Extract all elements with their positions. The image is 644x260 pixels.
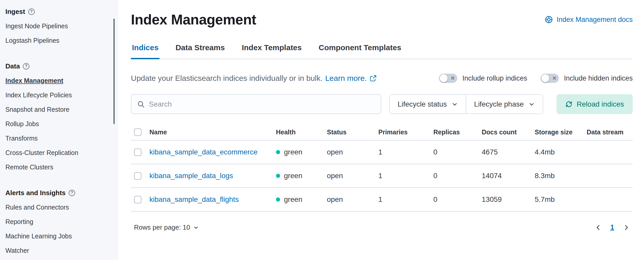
lifecycle-status-filter[interactable]: Lifecycle status xyxy=(390,95,466,114)
chevron-down-icon xyxy=(528,101,535,108)
status-cell: open xyxy=(324,164,375,188)
sidebar-item-index-management[interactable]: Index Management xyxy=(0,73,118,88)
refresh-icon xyxy=(565,101,573,108)
external-link-icon xyxy=(370,75,377,82)
sidebar-item-ingest-node-pipelines[interactable]: Ingest Node Pipelines xyxy=(0,19,118,33)
index-name-link[interactable]: kibana_sample_data_flights xyxy=(149,195,239,203)
sidebar-item-snapshot-and-restore[interactable]: Snapshot and Restore xyxy=(0,102,118,117)
status-cell: open xyxy=(324,140,375,164)
primaries-cell: 1 xyxy=(375,188,430,211)
learn-more-link[interactable]: Learn more. xyxy=(325,74,377,83)
column-header-storage-size: Storage size xyxy=(532,124,584,140)
chevron-down-icon xyxy=(451,101,458,108)
help-icon: ? xyxy=(69,190,75,196)
sidebar-item-cross-cluster-replication[interactable]: Cross-Cluster Replication xyxy=(0,145,118,160)
sidebar-item-logstash-pipelines[interactable]: Logstash Pipelines xyxy=(0,33,118,48)
include-rollup-label: Include rollup indices xyxy=(462,74,527,82)
docs-count-cell: 14074 xyxy=(479,164,532,188)
column-header-status: Status xyxy=(324,124,375,140)
row-checkbox[interactable] xyxy=(134,149,141,156)
page-title: Index Management xyxy=(131,11,256,28)
filter-label: Lifecycle status xyxy=(398,100,447,108)
column-header-data-stream: Data stream xyxy=(584,124,633,140)
sidebar-item-remote-clusters[interactable]: Remote Clusters xyxy=(0,160,118,174)
main-content: Index Management Index Management docs I… xyxy=(118,0,644,260)
tab-bar: Indices Data Streams Index Templates Com… xyxy=(131,43,633,59)
nav-section-alerts-insights: Alerts and Insights ? Rules and Connecto… xyxy=(0,186,118,258)
index-name-link[interactable]: kibana_sample_data_ecommerce xyxy=(149,148,257,156)
reload-indices-button[interactable]: Reload indices xyxy=(557,94,633,114)
sidebar-item-rollup-jobs[interactable]: Rollup Jobs xyxy=(0,117,118,131)
sidebar-item-transforms[interactable]: Transforms xyxy=(0,131,118,145)
hidden-toggle-group: × Include hidden indices xyxy=(541,74,633,83)
learn-more-label: Learn more. xyxy=(325,74,367,83)
nav-heading-label: Alerts and Insights xyxy=(5,189,66,197)
health-label: green xyxy=(284,195,302,204)
rollup-toggle-group: × Include rollup indices xyxy=(439,74,527,83)
rows-per-page-selector[interactable]: Rows per page: 10 xyxy=(134,223,199,231)
controls-row: Lifecycle status Lifecycle phase xyxy=(131,94,633,114)
column-header-docs-count: Docs count xyxy=(479,124,532,140)
table-row: kibana_sample_data_logs green open 1 0 1… xyxy=(131,164,633,188)
nav-heading-label: Ingest xyxy=(5,8,25,16)
table-header-row: Name Health Status Primaries Replicas Do… xyxy=(131,124,633,140)
previous-page-icon[interactable] xyxy=(595,224,602,231)
table-row: kibana_sample_data_flights green open 1 … xyxy=(131,188,633,211)
description-text: Update your Elasticsearch indices indivi… xyxy=(131,74,323,83)
sidebar-item-watcher[interactable]: Watcher xyxy=(0,243,118,258)
include-hidden-label: Include hidden indices xyxy=(564,74,633,82)
sidebar-item-machine-learning-jobs[interactable]: Machine Learning Jobs xyxy=(0,229,118,243)
index-name-link[interactable]: kibana_sample_data_logs xyxy=(149,172,233,180)
status-cell: open xyxy=(324,188,375,211)
search-box xyxy=(131,94,381,114)
tab-indices[interactable]: Indices xyxy=(131,43,159,59)
storage-size-cell: 4.4mb xyxy=(532,140,584,164)
reload-indices-label: Reload indices xyxy=(577,100,624,108)
include-hidden-toggle[interactable]: × xyxy=(541,74,559,83)
docs-count-cell: 13059 xyxy=(479,188,532,211)
page-number[interactable]: 1 xyxy=(610,223,614,231)
select-all-checkbox[interactable] xyxy=(134,128,141,136)
sidebar-scrollbar[interactable] xyxy=(113,19,115,124)
include-rollup-toggle[interactable]: × xyxy=(439,74,457,83)
toggle-off-icon: × xyxy=(552,75,556,81)
row-checkbox[interactable] xyxy=(134,172,141,180)
tab-component-templates[interactable]: Component Templates xyxy=(318,43,402,59)
docs-link[interactable]: Index Management docs xyxy=(545,15,633,24)
help-icon: ? xyxy=(28,8,35,15)
lifecycle-phase-filter[interactable]: Lifecycle phase xyxy=(466,95,543,114)
data-stream-cell xyxy=(584,140,633,164)
lifecycle-filter-group: Lifecycle status Lifecycle phase xyxy=(389,94,543,114)
nav-section-ingest: Ingest ? Ingest Node Pipelines Logstash … xyxy=(0,4,118,48)
nav-heading-data: Data ? xyxy=(0,59,118,73)
table-row: kibana_sample_data_ecommerce green open … xyxy=(131,140,633,164)
toggle-thumb xyxy=(440,74,448,82)
nav-section-data: Data ? Index Management Index Lifecycle … xyxy=(0,59,118,174)
sidebar-item-rules-and-connectors[interactable]: Rules and Connectors xyxy=(0,200,118,214)
health-dot-icon xyxy=(276,150,280,154)
replicas-cell: 0 xyxy=(430,164,479,188)
storage-size-cell: 5.7mb xyxy=(532,188,584,211)
rows-per-page-label: Rows per page: 10 xyxy=(134,223,190,231)
health-label: green xyxy=(284,148,302,156)
health-dot-icon xyxy=(276,174,280,178)
side-nav: Ingest ? Ingest Node Pipelines Logstash … xyxy=(0,0,118,260)
sidebar-item-reporting[interactable]: Reporting xyxy=(0,214,118,229)
pagination: 1 xyxy=(595,223,630,231)
tab-index-templates[interactable]: Index Templates xyxy=(241,43,303,59)
nav-heading-label: Data xyxy=(5,62,20,70)
next-page-icon[interactable] xyxy=(623,224,630,231)
replicas-cell: 0 xyxy=(430,140,479,164)
tab-data-streams[interactable]: Data Streams xyxy=(174,43,226,59)
row-checkbox[interactable] xyxy=(134,196,141,203)
indices-table: Name Health Status Primaries Replicas Do… xyxy=(131,124,633,212)
chevron-down-icon xyxy=(193,225,199,230)
column-header-name: Name xyxy=(146,124,273,140)
sidebar-item-index-lifecycle-policies[interactable]: Index Lifecycle Policies xyxy=(0,88,118,102)
toggle-off-icon: × xyxy=(451,75,455,81)
toggle-thumb xyxy=(541,74,549,82)
search-input[interactable] xyxy=(149,100,375,108)
data-stream-cell xyxy=(584,164,633,188)
docs-link-label: Index Management docs xyxy=(557,16,633,24)
docs-count-cell: 4675 xyxy=(479,140,532,164)
